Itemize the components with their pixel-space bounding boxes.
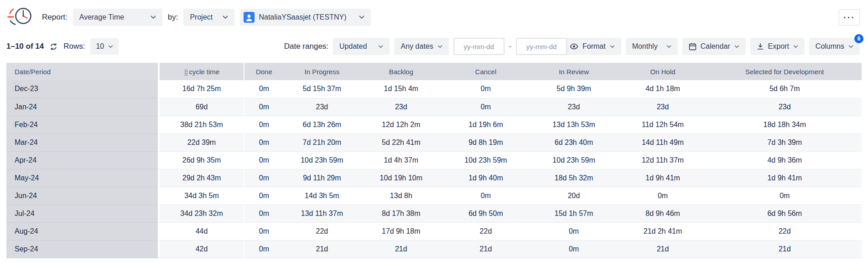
value-cell: 1d 9h 41m: [618, 169, 708, 187]
report-label: Report:: [42, 13, 68, 22]
value-cell: 22d: [708, 222, 862, 240]
eye-icon: [570, 43, 578, 50]
table-row: Feb-2438d 21h 53m0m6d 13h 26m12d 12h 2m1…: [6, 116, 862, 133]
rows-per-page-value: 10: [96, 42, 104, 51]
chevron-down-icon: [793, 45, 798, 48]
table-row: Jun-2434d 3h 5m0m14d 3h 5m13d 8h0m20d0m0…: [6, 187, 862, 205]
value-cell: 22d: [284, 222, 361, 240]
more-options-label: ···: [843, 12, 855, 22]
column-header: Cancel: [442, 63, 530, 80]
format-select[interactable]: Format: [563, 38, 621, 55]
value-cell: 21d: [442, 240, 530, 258]
value-cell: 12d 11h 37m: [618, 151, 708, 169]
value-cell: 21d: [618, 240, 708, 258]
value-cell: 1d 15h 4m: [360, 80, 442, 98]
column-header: Done: [244, 63, 283, 80]
table-row: Sep-2442d0m21d21d21d0m21d21d: [6, 240, 862, 258]
value-cell: 22d: [442, 222, 530, 240]
value-cell: 4d 1h 18m: [618, 80, 708, 98]
by-label: by:: [168, 13, 178, 22]
value-cell: 0m: [442, 187, 530, 205]
column-header-label: Backlog: [389, 68, 413, 76]
chevron-down-icon: [610, 45, 615, 48]
value-cell: 5d 9h 39m: [530, 80, 618, 98]
group-by-select[interactable]: Project: [183, 9, 234, 26]
export-select[interactable]: Export: [750, 38, 805, 55]
value-cell: 10d 23h 59m: [284, 151, 361, 169]
chevron-down-icon: [666, 45, 671, 48]
value-cell: 0m: [244, 151, 283, 169]
date-range-separator: -: [509, 42, 511, 51]
calendar-select[interactable]: Calendar: [682, 38, 746, 55]
date-to-input[interactable]: [516, 38, 567, 55]
value-cell: 1d 4h 37m: [360, 151, 442, 169]
column-header: Backlog: [360, 63, 442, 80]
value-cell: 0m: [244, 240, 283, 258]
columns-select[interactable]: Columns 6: [809, 38, 860, 55]
period-cell: Jan-24: [6, 98, 159, 116]
table-row: Jan-2469d0m23d23d0m23d23d23d: [6, 98, 862, 116]
table-row: Apr-2426d 9h 35m0m10d 23h 59m1d 4h 37m10…: [6, 151, 862, 169]
report-type-select[interactable]: Average Time: [73, 9, 162, 26]
value-cell: 16d 7h 25m: [159, 80, 244, 98]
value-cell: 0m: [244, 169, 283, 187]
period-select[interactable]: Monthly: [626, 38, 678, 55]
period-cell: May-24: [6, 169, 159, 187]
rows-label: Rows:: [63, 42, 85, 51]
value-cell: 9d 8h 19m: [442, 133, 530, 151]
value-cell: 22d 39m: [159, 133, 244, 151]
calendar-label: Calendar: [701, 42, 730, 51]
value-cell: 0m: [442, 98, 530, 116]
value-cell: 6d 13h 26m: [284, 116, 361, 133]
calendar-icon: [689, 43, 696, 51]
table-row: Aug-2444d0m22d17d 9h 18m22d0m21d 2h 41m2…: [6, 222, 862, 240]
value-cell: 8d 17h 38m: [360, 205, 442, 222]
value-cell: 0m: [244, 133, 283, 151]
value-cell: 9d 11h 29m: [284, 169, 361, 187]
value-cell: 23d: [530, 98, 618, 116]
table-row: May-2429d 2h 43m0m9d 11h 29m10d 19h 10m1…: [6, 169, 862, 187]
value-cell: 18d 5h 32m: [530, 169, 618, 187]
column-header[interactable]: ⣿cycle time: [159, 63, 244, 80]
value-cell: 21d 2h 41m: [618, 222, 708, 240]
column-header-label: In Progress: [305, 68, 340, 76]
column-header: In Review: [530, 63, 618, 80]
value-cell: 21d: [284, 240, 361, 258]
project-select[interactable]: NataliaYSaasjet (TESTNY): [240, 9, 370, 26]
period-cell: Sep-24: [6, 240, 159, 258]
app-root: Report: Average Time by: Project Natal: [0, 0, 868, 258]
date-preset-select[interactable]: Any dates: [395, 38, 449, 55]
chevron-down-icon: [108, 45, 113, 48]
period-cell: Apr-24: [6, 151, 159, 169]
chevron-down-icon: [437, 45, 442, 48]
date-field-select[interactable]: Updated: [333, 38, 390, 55]
rows-per-page-select[interactable]: 10: [90, 38, 119, 55]
refresh-icon[interactable]: [49, 42, 58, 51]
toolbar: 1–10 of 14 Rows: 10 Date ranges: Up: [0, 37, 868, 56]
value-cell: 10d 23h 59m: [530, 151, 618, 169]
value-cell: 13d 13h 53m: [530, 116, 618, 133]
value-cell: 42d: [159, 240, 244, 258]
value-cell: 23d: [618, 98, 708, 116]
more-options-button[interactable]: ···: [839, 9, 860, 26]
chevron-down-icon: [223, 15, 228, 19]
date-from-input[interactable]: [453, 38, 504, 55]
column-header-label: cycle time: [189, 68, 219, 76]
period-cell: Mar-24: [6, 133, 159, 151]
chevron-down-icon: [379, 45, 384, 48]
value-cell: 34d 23h 32m: [159, 205, 244, 222]
group-by-value: Project: [190, 13, 218, 21]
value-cell: 23d: [360, 98, 442, 116]
value-cell: 0m: [618, 187, 708, 205]
value-cell: 29d 2h 43m: [159, 169, 244, 187]
value-cell: 7d 21h 20m: [284, 133, 361, 151]
value-cell: 5d 6h 7m: [708, 80, 862, 98]
date-range-controls: Date ranges: Updated Any dates -: [284, 38, 567, 55]
drag-grip-icon: ⣿: [184, 69, 188, 76]
value-cell: 21d: [708, 240, 862, 258]
value-cell: 5d 22h 41m: [360, 133, 442, 151]
chevron-down-icon: [734, 45, 739, 48]
value-cell: 23d: [284, 98, 361, 116]
date-ranges-label: Date ranges:: [284, 42, 328, 51]
value-cell: 44d: [159, 222, 244, 240]
